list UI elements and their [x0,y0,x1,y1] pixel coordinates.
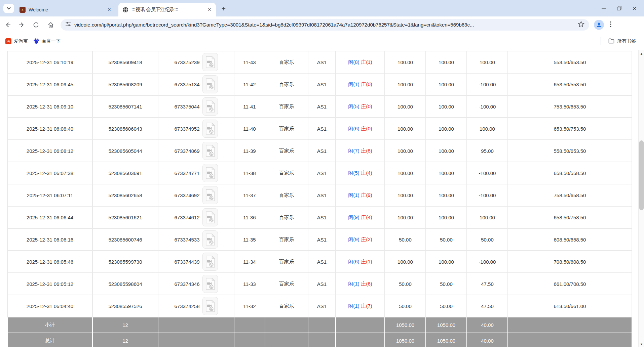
bet-amount-link[interactable]: 100.00 [385,118,426,140]
close-window-icon[interactable] [632,6,637,11]
url-text[interactable]: videoie.com/ipl/portal.php/game/betrecor… [74,22,578,28]
balance: 758.50/658.50 [508,184,632,206]
game-name: 百家乐 [265,206,308,228]
bet-time: 2025-12-31 06:08:40 [7,118,92,140]
bookmark-star-icon[interactable] [578,21,584,29]
bookmark-baidu[interactable]: 百度一下 [31,36,63,47]
bet-amount-link[interactable]: 100.00 [385,184,426,206]
round-id: 673374692 [174,192,199,198]
round-id: 673375239 [174,59,199,65]
video-file-icon [205,123,215,135]
video-file-icon [205,300,215,312]
round-cell: 673374533 [158,228,234,251]
restore-window-icon[interactable] [616,6,622,11]
table-row: 2025-12-31 06:07:11 523085602658 6733746… [7,184,632,206]
game-result: 闲(5)庄(0) [336,95,385,118]
game-result: 闲(8)庄(1) [336,51,385,73]
bet-amount-link[interactable]: 100.00 [385,95,426,118]
bet-time: 2025-12-31 06:04:40 [7,295,92,317]
close-tab-icon[interactable]: ✕ [106,7,112,13]
tab-bet-records[interactable]: :::视讯 会员下注纪录::: ✕ [118,3,216,16]
table-code: AS1 [308,206,336,228]
game-result: 闲(6)庄(1) [336,251,385,273]
bet-time: 2025-12-31 06:07:38 [7,162,92,184]
valid-amount: 100.00 [426,95,467,118]
video-replay-button[interactable] [202,253,218,271]
bet-amount-link[interactable]: 100.00 [385,251,426,273]
bet-id: 523085608209 [92,73,158,95]
table-round: 11-34 [234,251,265,273]
game-result: 闲(9)庄(2) [336,228,385,251]
bet-amount-link[interactable]: 100.00 [385,206,426,228]
video-replay-button[interactable] [202,186,218,204]
bet-time: 2025-12-31 06:05:46 [7,251,92,273]
round-cell: 673375044 [158,95,234,118]
address-bar[interactable]: videoie.com/ipl/portal.php/game/betrecor… [61,19,589,31]
menu-kebab-icon[interactable] [610,21,611,29]
bookmark-taobao[interactable]: 淘 爱淘宝 [3,37,31,46]
minimize-icon[interactable] [601,6,606,11]
bet-amount-link[interactable]: 50.00 [385,273,426,295]
player-result: 闲(6) [348,259,359,264]
back-icon[interactable] [2,19,13,31]
new-tab-button[interactable]: + [219,4,228,13]
video-replay-button[interactable] [202,230,218,249]
tab-welcome[interactable]: ♠ Welcome ✕ [15,3,116,16]
profile-avatar[interactable] [594,20,604,30]
game-name: 百家乐 [265,295,308,317]
video-file-icon [205,167,215,179]
close-tab-icon[interactable]: ✕ [206,7,213,13]
banker-result: 庄(1) [361,259,372,264]
balance: 608.50/658.50 [508,228,632,251]
balance: 613.50/661.00 [508,295,632,317]
win-loss: -100.00 [467,95,508,118]
bet-amount-link[interactable]: 100.00 [385,51,426,73]
round-id: 673374533 [174,237,199,243]
round-cell: 673375134 [158,73,234,95]
scroll-down-icon[interactable]: ▼ [639,341,644,347]
video-replay-button[interactable] [202,142,218,160]
forward-icon[interactable] [16,19,28,31]
video-replay-button[interactable] [202,297,218,315]
round-id: 673374771 [174,170,199,176]
valid-amount: 50.00 [426,228,467,251]
player-result: 闲(6) [348,126,359,131]
video-replay-button[interactable] [202,208,218,226]
table-round: 11-37 [234,184,265,206]
reload-icon[interactable] [30,19,42,31]
bet-amount-link[interactable]: 100.00 [385,140,426,162]
bet-amount-link[interactable]: 50.00 [385,228,426,251]
bet-id: 523085602658 [92,184,158,206]
table-round: 11-36 [234,206,265,228]
player-result: 闲(9) [348,236,359,242]
bookmarks-bar: 淘 爱淘宝 百度一下 所有书签 [0,33,644,50]
video-replay-button[interactable] [202,53,218,71]
video-replay-button[interactable] [202,164,218,182]
video-file-icon [205,211,215,224]
all-bookmarks-button[interactable]: 所有书签 [605,37,639,46]
bet-amount-link[interactable]: 100.00 [385,162,426,184]
total-winloss: 40.00 [467,333,508,347]
bet-amount-link[interactable]: 100.00 [385,73,426,95]
table-row: 2025-12-31 06:04:40 523085597526 6733742… [7,295,632,317]
scrollbar-thumb[interactable] [639,140,644,210]
site-info-icon[interactable] [65,21,71,28]
video-replay-button[interactable] [202,97,218,116]
tab-search-button[interactable] [3,4,14,13]
win-loss: -100.00 [467,251,508,273]
scroll-up-icon[interactable]: ▲ [639,51,644,56]
round-cell: 673374692 [158,184,234,206]
video-replay-button[interactable] [202,120,218,138]
bet-amount-link[interactable]: 50.00 [385,295,426,317]
table-round: 11-39 [234,140,265,162]
valid-amount: 100.00 [426,51,467,73]
home-icon[interactable] [45,19,56,31]
video-replay-button[interactable] [202,75,218,93]
valid-amount: 100.00 [426,162,467,184]
table-row: 2025-12-31 06:09:10 523085607141 6733750… [7,95,632,118]
vertical-scrollbar[interactable]: ▲ ▼ [638,50,644,347]
video-replay-button[interactable] [202,275,218,293]
round-cell: 673374952 [158,118,234,140]
win-loss: 95.00 [467,140,508,162]
table-code: AS1 [308,251,336,273]
